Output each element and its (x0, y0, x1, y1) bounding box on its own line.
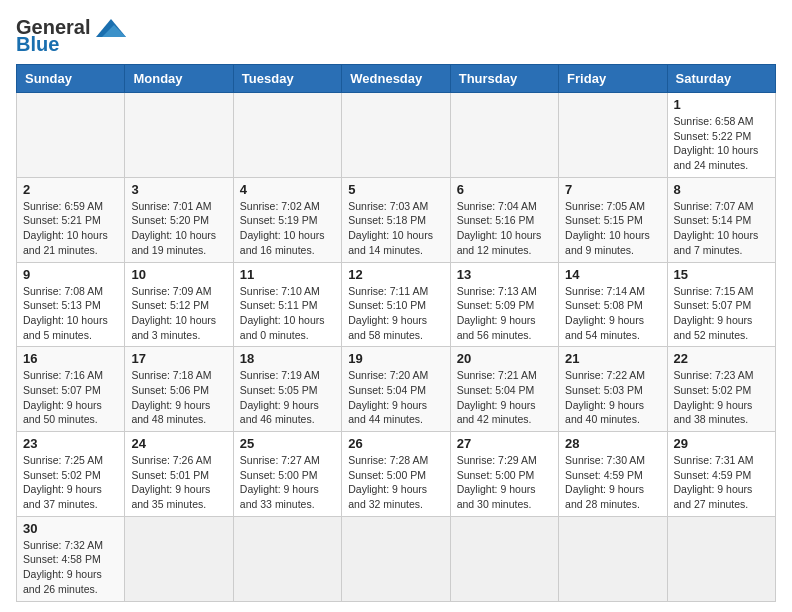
day-info: Sunrise: 7:10 AM Sunset: 5:11 PM Dayligh… (240, 284, 335, 343)
calendar-cell: 4Sunrise: 7:02 AM Sunset: 5:19 PM Daylig… (233, 177, 341, 262)
calendar-week-row: 9Sunrise: 7:08 AM Sunset: 5:13 PM Daylig… (17, 262, 776, 347)
day-of-week-header: Sunday (17, 65, 125, 93)
calendar-cell: 23Sunrise: 7:25 AM Sunset: 5:02 PM Dayli… (17, 432, 125, 517)
day-number: 14 (565, 267, 660, 282)
day-info: Sunrise: 7:28 AM Sunset: 5:00 PM Dayligh… (348, 453, 443, 512)
calendar-cell: 14Sunrise: 7:14 AM Sunset: 5:08 PM Dayli… (559, 262, 667, 347)
day-number: 17 (131, 351, 226, 366)
calendar-week-row: 16Sunrise: 7:16 AM Sunset: 5:07 PM Dayli… (17, 347, 776, 432)
day-info: Sunrise: 7:15 AM Sunset: 5:07 PM Dayligh… (674, 284, 769, 343)
day-number: 29 (674, 436, 769, 451)
calendar-cell: 24Sunrise: 7:26 AM Sunset: 5:01 PM Dayli… (125, 432, 233, 517)
day-info: Sunrise: 7:01 AM Sunset: 5:20 PM Dayligh… (131, 199, 226, 258)
day-info: Sunrise: 7:11 AM Sunset: 5:10 PM Dayligh… (348, 284, 443, 343)
calendar-cell: 3Sunrise: 7:01 AM Sunset: 5:20 PM Daylig… (125, 177, 233, 262)
day-number: 22 (674, 351, 769, 366)
day-info: Sunrise: 7:22 AM Sunset: 5:03 PM Dayligh… (565, 368, 660, 427)
day-info: Sunrise: 7:19 AM Sunset: 5:05 PM Dayligh… (240, 368, 335, 427)
day-info: Sunrise: 7:21 AM Sunset: 5:04 PM Dayligh… (457, 368, 552, 427)
day-info: Sunrise: 7:18 AM Sunset: 5:06 PM Dayligh… (131, 368, 226, 427)
day-info: Sunrise: 7:16 AM Sunset: 5:07 PM Dayligh… (23, 368, 118, 427)
day-number: 10 (131, 267, 226, 282)
day-number: 6 (457, 182, 552, 197)
day-number: 2 (23, 182, 118, 197)
calendar-cell: 7Sunrise: 7:05 AM Sunset: 5:15 PM Daylig… (559, 177, 667, 262)
page-header: General Blue (16, 16, 776, 56)
day-info: Sunrise: 7:05 AM Sunset: 5:15 PM Dayligh… (565, 199, 660, 258)
day-info: Sunrise: 7:13 AM Sunset: 5:09 PM Dayligh… (457, 284, 552, 343)
calendar-cell: 13Sunrise: 7:13 AM Sunset: 5:09 PM Dayli… (450, 262, 558, 347)
day-number: 12 (348, 267, 443, 282)
day-number: 28 (565, 436, 660, 451)
calendar-cell (559, 516, 667, 601)
calendar-week-row: 2Sunrise: 6:59 AM Sunset: 5:21 PM Daylig… (17, 177, 776, 262)
calendar-cell: 18Sunrise: 7:19 AM Sunset: 5:05 PM Dayli… (233, 347, 341, 432)
day-info: Sunrise: 7:30 AM Sunset: 4:59 PM Dayligh… (565, 453, 660, 512)
calendar-cell: 5Sunrise: 7:03 AM Sunset: 5:18 PM Daylig… (342, 177, 450, 262)
calendar-cell (125, 516, 233, 601)
calendar-cell: 25Sunrise: 7:27 AM Sunset: 5:00 PM Dayli… (233, 432, 341, 517)
day-of-week-header: Friday (559, 65, 667, 93)
day-info: Sunrise: 7:26 AM Sunset: 5:01 PM Dayligh… (131, 453, 226, 512)
day-of-week-header: Monday (125, 65, 233, 93)
calendar-table: SundayMondayTuesdayWednesdayThursdayFrid… (16, 64, 776, 602)
day-number: 24 (131, 436, 226, 451)
day-info: Sunrise: 7:29 AM Sunset: 5:00 PM Dayligh… (457, 453, 552, 512)
logo-icon (92, 17, 130, 39)
day-number: 8 (674, 182, 769, 197)
day-number: 27 (457, 436, 552, 451)
day-number: 26 (348, 436, 443, 451)
calendar-cell (233, 516, 341, 601)
calendar-cell: 30Sunrise: 7:32 AM Sunset: 4:58 PM Dayli… (17, 516, 125, 601)
day-number: 16 (23, 351, 118, 366)
day-info: Sunrise: 6:59 AM Sunset: 5:21 PM Dayligh… (23, 199, 118, 258)
day-number: 18 (240, 351, 335, 366)
calendar-cell (450, 93, 558, 178)
calendar-cell: 19Sunrise: 7:20 AM Sunset: 5:04 PM Dayli… (342, 347, 450, 432)
day-number: 19 (348, 351, 443, 366)
day-number: 21 (565, 351, 660, 366)
calendar-cell: 22Sunrise: 7:23 AM Sunset: 5:02 PM Dayli… (667, 347, 775, 432)
day-info: Sunrise: 6:58 AM Sunset: 5:22 PM Dayligh… (674, 114, 769, 173)
day-info: Sunrise: 7:20 AM Sunset: 5:04 PM Dayligh… (348, 368, 443, 427)
day-of-week-header: Saturday (667, 65, 775, 93)
day-number: 4 (240, 182, 335, 197)
calendar-week-row: 1Sunrise: 6:58 AM Sunset: 5:22 PM Daylig… (17, 93, 776, 178)
calendar-cell: 17Sunrise: 7:18 AM Sunset: 5:06 PM Dayli… (125, 347, 233, 432)
calendar-cell (342, 93, 450, 178)
day-of-week-header: Wednesday (342, 65, 450, 93)
calendar-cell: 11Sunrise: 7:10 AM Sunset: 5:11 PM Dayli… (233, 262, 341, 347)
day-info: Sunrise: 7:07 AM Sunset: 5:14 PM Dayligh… (674, 199, 769, 258)
day-number: 11 (240, 267, 335, 282)
day-info: Sunrise: 7:02 AM Sunset: 5:19 PM Dayligh… (240, 199, 335, 258)
day-of-week-header: Tuesday (233, 65, 341, 93)
calendar-cell: 2Sunrise: 6:59 AM Sunset: 5:21 PM Daylig… (17, 177, 125, 262)
calendar-cell (450, 516, 558, 601)
day-info: Sunrise: 7:27 AM Sunset: 5:00 PM Dayligh… (240, 453, 335, 512)
day-number: 25 (240, 436, 335, 451)
day-info: Sunrise: 7:03 AM Sunset: 5:18 PM Dayligh… (348, 199, 443, 258)
calendar-cell: 1Sunrise: 6:58 AM Sunset: 5:22 PM Daylig… (667, 93, 775, 178)
calendar-cell: 16Sunrise: 7:16 AM Sunset: 5:07 PM Dayli… (17, 347, 125, 432)
day-number: 30 (23, 521, 118, 536)
day-number: 9 (23, 267, 118, 282)
calendar-cell: 12Sunrise: 7:11 AM Sunset: 5:10 PM Dayli… (342, 262, 450, 347)
logo-blue-text: Blue (16, 33, 59, 56)
calendar-cell: 20Sunrise: 7:21 AM Sunset: 5:04 PM Dayli… (450, 347, 558, 432)
day-number: 1 (674, 97, 769, 112)
calendar-cell (559, 93, 667, 178)
day-info: Sunrise: 7:04 AM Sunset: 5:16 PM Dayligh… (457, 199, 552, 258)
calendar-cell: 10Sunrise: 7:09 AM Sunset: 5:12 PM Dayli… (125, 262, 233, 347)
calendar-cell: 21Sunrise: 7:22 AM Sunset: 5:03 PM Dayli… (559, 347, 667, 432)
day-info: Sunrise: 7:09 AM Sunset: 5:12 PM Dayligh… (131, 284, 226, 343)
day-info: Sunrise: 7:31 AM Sunset: 4:59 PM Dayligh… (674, 453, 769, 512)
calendar-cell (17, 93, 125, 178)
logo: General Blue (16, 16, 130, 56)
calendar-cell: 26Sunrise: 7:28 AM Sunset: 5:00 PM Dayli… (342, 432, 450, 517)
calendar-cell: 27Sunrise: 7:29 AM Sunset: 5:00 PM Dayli… (450, 432, 558, 517)
day-number: 13 (457, 267, 552, 282)
calendar-cell (233, 93, 341, 178)
day-info: Sunrise: 7:08 AM Sunset: 5:13 PM Dayligh… (23, 284, 118, 343)
calendar-header-row: SundayMondayTuesdayWednesdayThursdayFrid… (17, 65, 776, 93)
calendar-cell (667, 516, 775, 601)
